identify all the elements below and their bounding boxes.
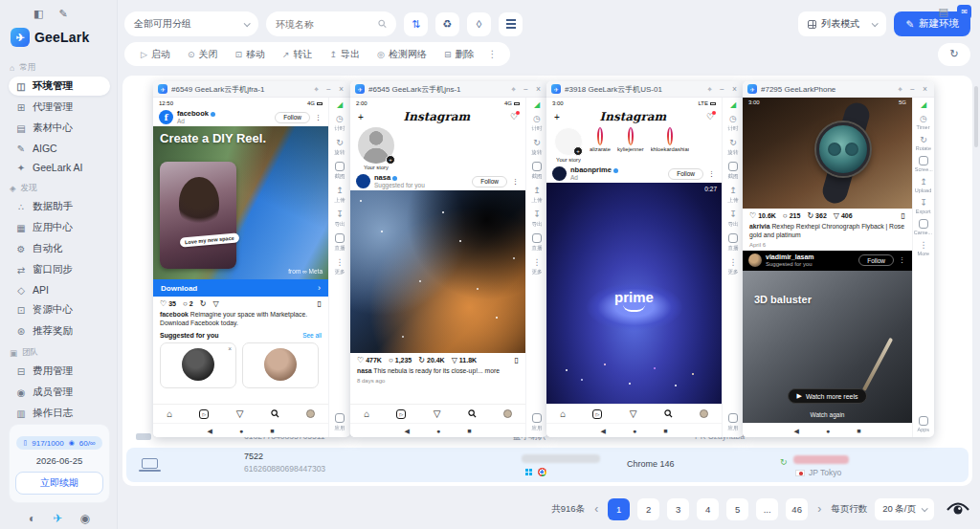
sidebar-item-logs[interactable]: ▥ 操作日志 — [9, 404, 110, 423]
home-icon[interactable]: ⌂ — [167, 408, 172, 419]
watch-again-label[interactable]: Watch again — [811, 411, 845, 418]
close-icon[interactable]: × — [730, 84, 739, 94]
page-button-2[interactable]: 2 — [637, 498, 659, 520]
window-titlebar[interactable]: ✈ #3918 GeeLark云手机US-01 ⌖ − × — [546, 81, 744, 98]
share-nav-icon[interactable]: ▽ — [236, 408, 244, 419]
camera-button[interactable]: 直播 — [531, 233, 543, 253]
sidebar-item-billing[interactable]: ⊟ 费用管理 — [9, 362, 110, 381]
upload-button[interactable]: ↥上传 — [727, 186, 739, 205]
comment-button[interactable]: ○1,235 — [389, 356, 412, 364]
page-button-4[interactable]: 4 — [697, 498, 719, 520]
timer-button[interactable]: ◷计时 — [727, 114, 739, 133]
page-size-select[interactable]: 20 条/页 — [875, 498, 934, 520]
recycle-bin-icon[interactable]: ♻ — [435, 12, 459, 36]
camera-button[interactable]: 直播 — [727, 233, 739, 253]
follow-button[interactable]: Follow — [668, 168, 703, 180]
back-icon[interactable]: ◀ — [208, 428, 212, 434]
upload-button[interactable]: ↥上传 — [334, 186, 345, 205]
renew-button[interactable]: 立即续期 — [15, 472, 103, 495]
back-icon[interactable]: ◀ — [601, 428, 606, 434]
profile-avatar[interactable] — [306, 409, 315, 418]
sidebar-item-resource-center[interactable]: ⊡ 资源中心 — [9, 300, 110, 320]
search-icon[interactable] — [271, 409, 279, 418]
page-button-1[interactable]: 1 — [608, 498, 630, 520]
comment-button[interactable]: ○215 — [783, 211, 801, 220]
create-post-icon[interactable]: + — [358, 112, 364, 122]
recents-icon[interactable]: ■ — [857, 428, 860, 434]
phone-screen[interactable]: 3:00 LTE + Instagram ♡ + Your story aliz… — [546, 98, 722, 437]
list-filter-icon[interactable] — [499, 12, 523, 36]
account-icon[interactable]: ◉ — [79, 512, 89, 525]
share-nav-icon[interactable]: ▽ — [434, 408, 441, 419]
screenshot-button[interactable]: 截图 — [334, 162, 345, 181]
repost-button[interactable]: ↻20.4K — [418, 356, 444, 364]
like-button[interactable]: ♡477K — [357, 356, 382, 364]
nebula-photo[interactable] — [350, 190, 525, 353]
watch-photo[interactable]: 3:00 5G — [743, 98, 912, 209]
like-button[interactable]: ♡35 — [160, 299, 176, 308]
download-cta-button[interactable]: Download › — [153, 279, 328, 297]
activity-heart-icon[interactable]: ♡ — [706, 112, 714, 121]
export-button[interactable]: ↥导出 — [322, 48, 369, 61]
bookmark-icon[interactable]: ▯ — [515, 356, 519, 364]
reels-icon[interactable]: ▷ — [396, 409, 406, 419]
create-post-icon[interactable]: + — [554, 112, 560, 122]
minimize-icon[interactable]: − — [522, 84, 530, 94]
timer-button[interactable]: ◷计时 — [531, 114, 543, 133]
apps-button[interactable]: 应用 — [334, 413, 345, 432]
apps-grid-icon[interactable]: ▤ — [939, 6, 948, 18]
activity-heart-icon[interactable]: ♡ — [510, 112, 518, 121]
rotate-button[interactable]: ↻旋转 — [334, 138, 345, 157]
minimize-icon[interactable]: − — [718, 84, 726, 94]
view-mode-select[interactable]: 列表模式 — [798, 11, 886, 36]
pin-icon[interactable]: ⌖ — [509, 84, 518, 95]
phone-screen[interactable]: 12:50 4G f facebook Ad Follow ⋮ Create a… — [153, 98, 328, 437]
back-icon[interactable]: ◀ — [405, 428, 410, 434]
repost-button[interactable]: ↻ — [200, 299, 207, 308]
window-titlebar[interactable]: ✈ #6549 GeeLark云手机jfra-1 ⌖ − × — [153, 81, 350, 98]
next-page-button[interactable]: › — [815, 502, 823, 516]
story-item[interactable]: khloekardashian — [651, 127, 689, 163]
reels-icon[interactable]: ▷ — [199, 409, 209, 419]
sidebar-item-window-sync[interactable]: ⇄ 窗口同步 — [9, 260, 110, 279]
recents-icon[interactable]: ■ — [663, 428, 667, 434]
share-button[interactable]: ▽11.8K — [452, 356, 477, 364]
post-options-icon[interactable]: ⋮ — [314, 114, 323, 121]
page-button-46[interactable]: 46 — [786, 498, 808, 520]
phone-screen[interactable]: 2:00 4G + Instagram ♡ + Your story nasa … — [350, 98, 525, 437]
sidebar-item-members[interactable]: ◉ 成员管理 — [9, 383, 110, 402]
follow-button[interactable]: Follow — [472, 176, 507, 187]
follow-button[interactable]: Follow — [858, 254, 894, 266]
transfer-button[interactable]: ↗转让 — [274, 48, 322, 61]
check-network-button[interactable]: ◎检测网络 — [368, 48, 435, 61]
recents-icon[interactable]: ■ — [467, 428, 471, 434]
apps-button[interactable]: 应用 — [727, 413, 739, 432]
post-options-icon[interactable]: ⋮ — [511, 178, 520, 186]
post-options-icon[interactable]: ⋮ — [707, 170, 716, 178]
tag-icon[interactable]: ◊ — [467, 12, 491, 36]
your-story[interactable]: + Your story — [358, 127, 394, 170]
export-button[interactable]: ↧导出 — [531, 209, 543, 229]
post-options-icon[interactable]: ⋮ — [898, 256, 906, 264]
reels-icon[interactable]: ▷ — [592, 409, 602, 419]
phone-screen[interactable]: 3:00 5G ♡10.6K ○215 ↻362 ▽406 ▯ akrivia … — [743, 98, 912, 437]
sidebar-item-referral-reward[interactable]: ⊛ 推荐奖励 — [9, 321, 110, 341]
screenshot-button[interactable]: Scree... — [914, 156, 934, 172]
prev-page-button[interactable]: ‹ — [592, 502, 600, 516]
profile-avatar[interactable] — [700, 409, 708, 418]
rotate-button[interactable]: ↻旋转 — [531, 138, 543, 157]
share-nav-icon[interactable]: ▽ — [630, 408, 637, 419]
export-button[interactable]: ↧导出 — [727, 209, 739, 229]
export-button[interactable]: ↧Export — [915, 198, 931, 214]
apps-button[interactable]: Apps — [917, 416, 930, 432]
minimize-icon[interactable]: − — [324, 84, 333, 94]
share-button[interactable]: ▽406 — [834, 211, 853, 220]
env-search-input[interactable] — [276, 19, 378, 30]
more-button[interactable]: ⋮More — [917, 240, 930, 256]
apps-button[interactable]: 应用 — [531, 413, 543, 432]
dismiss-icon[interactable]: × — [228, 345, 232, 352]
sidebar-item-environment[interactable]: ◫ 环境管理 — [9, 77, 110, 96]
home-icon[interactable]: ⌂ — [560, 408, 566, 419]
like-button[interactable]: ♡10.6K — [749, 211, 776, 220]
story-item[interactable]: kyliejenner — [617, 127, 644, 163]
